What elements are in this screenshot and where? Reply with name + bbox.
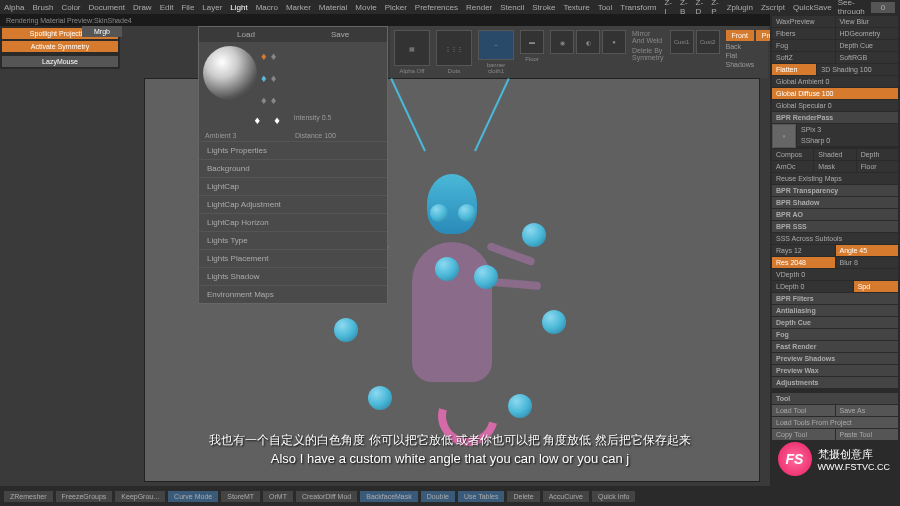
- zremesher-btn[interactable]: ZRemesher: [4, 491, 53, 502]
- backfacemask-btn[interactable]: BackfaceMask: [360, 491, 418, 502]
- ormt-btn[interactable]: OrMT: [263, 491, 293, 502]
- menu-file[interactable]: File: [181, 3, 194, 12]
- bulb-icon[interactable]: ♦: [274, 114, 280, 126]
- rays[interactable]: Rays 12: [772, 245, 835, 256]
- cust1-icon[interactable]: Cust1: [670, 30, 694, 54]
- menu-stroke[interactable]: Stroke: [532, 3, 555, 12]
- antialiasing[interactable]: Antialiasing: [772, 305, 898, 316]
- storemt-btn[interactable]: StoreMT: [221, 491, 260, 502]
- fog2[interactable]: Fog: [772, 329, 898, 340]
- usetables-btn[interactable]: Use Tables: [458, 491, 505, 502]
- bpr-header[interactable]: BPR RenderPass: [772, 112, 898, 123]
- compos[interactable]: Compos: [772, 149, 813, 160]
- menu-color[interactable]: Color: [61, 3, 80, 12]
- angle[interactable]: Angle 45: [836, 245, 899, 256]
- preview-shadows[interactable]: Preview Shadows: [772, 353, 898, 364]
- activate-sym-btn[interactable]: Activate Symmetry: [2, 41, 118, 52]
- blur[interactable]: Blur 8: [836, 257, 899, 268]
- flatten[interactable]: Flatten: [772, 64, 816, 75]
- menu-zp[interactable]: Z-P: [711, 0, 719, 16]
- freezegroups-btn[interactable]: FreezeGroups: [56, 491, 113, 502]
- bpr-shadow[interactable]: BPR Shadow: [772, 197, 898, 208]
- bulb-icon[interactable]: ♦: [261, 72, 267, 84]
- lights-shadow[interactable]: Lights Shadow: [199, 267, 387, 285]
- bulb-icon[interactable]: ♦: [255, 114, 261, 126]
- menu-stencil[interactable]: Stencil: [500, 3, 524, 12]
- bpr-sss[interactable]: BPR SSS: [772, 221, 898, 232]
- lazy-icon[interactable]: ◐: [576, 30, 600, 54]
- viewblur[interactable]: View Blur: [836, 16, 899, 27]
- bpr-trans[interactable]: BPR Transparency: [772, 185, 898, 196]
- ssharp[interactable]: SSharp 0: [797, 135, 898, 146]
- delete-btn[interactable]: Delete: [507, 491, 539, 502]
- reuse-maps[interactable]: Reuse Existing Maps: [772, 173, 898, 184]
- bulb-icon[interactable]: ♦: [271, 94, 277, 106]
- load-proj[interactable]: Load Tools From Project: [772, 417, 898, 428]
- bulb-icon[interactable]: ♦: [271, 72, 277, 84]
- double-btn[interactable]: Double: [421, 491, 455, 502]
- creatordiff-btn[interactable]: CreatorDiff Mod: [296, 491, 357, 502]
- menu-tool[interactable]: Tool: [598, 3, 613, 12]
- waxpreview[interactable]: WaxPreview: [772, 16, 835, 27]
- menu-material[interactable]: Material: [319, 3, 347, 12]
- mirror-weld[interactable]: Mirror And Weld: [632, 30, 664, 44]
- delete-sym[interactable]: Delete By Symmetry: [632, 47, 664, 61]
- menu-preferences[interactable]: Preferences: [415, 3, 458, 12]
- menu-movie[interactable]: Movie: [355, 3, 376, 12]
- fibers[interactable]: Fibers: [772, 28, 835, 39]
- vdepth[interactable]: VDepth 0: [772, 269, 898, 280]
- front-btn[interactable]: Front: [726, 30, 754, 41]
- spix[interactable]: SPix 3: [797, 124, 898, 135]
- softrgb[interactable]: SoftRGB: [836, 52, 899, 63]
- lightcap-adj[interactable]: LightCap Adjustment: [199, 195, 387, 213]
- background[interactable]: Background: [199, 159, 387, 177]
- quickinfo-btn[interactable]: Quick Info: [592, 491, 636, 502]
- menu-zd[interactable]: Z-D: [696, 0, 704, 16]
- bulb-icon[interactable]: ♦: [261, 50, 267, 62]
- pass-thumb[interactable]: ●: [772, 124, 796, 148]
- menu-draw[interactable]: Draw: [133, 3, 152, 12]
- save-as[interactable]: Save As: [836, 405, 899, 416]
- ldepth[interactable]: LDepth 0: [772, 281, 853, 292]
- global-diffuse[interactable]: Global Diffuse 100: [772, 88, 898, 99]
- seethrough-value[interactable]: 0: [871, 2, 895, 13]
- menu-light[interactable]: Light: [230, 3, 247, 12]
- spd[interactable]: Spd: [854, 281, 898, 292]
- ambient-slider[interactable]: Ambient 3: [205, 132, 291, 139]
- amoc[interactable]: AmOc: [772, 161, 813, 172]
- lightcap[interactable]: LightCap: [199, 177, 387, 195]
- mask[interactable]: Mask: [814, 161, 855, 172]
- menu-zi[interactable]: Z-I: [664, 0, 672, 16]
- menu-marker[interactable]: Marker: [286, 3, 311, 12]
- menu-alpha[interactable]: Alpha: [4, 3, 24, 12]
- global-ambient[interactable]: Global Ambient 0: [772, 76, 898, 87]
- banner-icon[interactable]: ~: [478, 30, 514, 60]
- hdgeom[interactable]: HDGeometry: [836, 28, 899, 39]
- global-specular[interactable]: Global Specular 0: [772, 100, 898, 111]
- menu-brush[interactable]: Brush: [32, 3, 53, 12]
- save-tab[interactable]: Save: [293, 27, 387, 42]
- depthcue2[interactable]: Depth Cue: [772, 317, 898, 328]
- load-tool[interactable]: Load Tool: [772, 405, 835, 416]
- menu-texture[interactable]: Texture: [563, 3, 589, 12]
- softz[interactable]: SoftZ: [772, 52, 835, 63]
- curvemode-btn[interactable]: Curve Mode: [168, 491, 218, 502]
- keepgrou-btn[interactable]: KeepGrou...: [115, 491, 165, 502]
- bpr-filters[interactable]: BPR Filters: [772, 293, 898, 304]
- shaded[interactable]: Shaded: [814, 149, 855, 160]
- mrgb-btn[interactable]: Mrgb: [82, 26, 122, 37]
- res[interactable]: Res 2048: [772, 257, 835, 268]
- menu-layer[interactable]: Layer: [202, 3, 222, 12]
- depth[interactable]: Depth: [857, 149, 898, 160]
- depthcue[interactable]: Depth Cue: [836, 40, 899, 51]
- preview-wax[interactable]: Preview Wax: [772, 365, 898, 376]
- menu-picker[interactable]: Picker: [385, 3, 407, 12]
- light-props[interactable]: Lights Properties: [199, 141, 387, 159]
- bulb-icon[interactable]: ♦: [271, 50, 277, 62]
- bpr-ao[interactable]: BPR AO: [772, 209, 898, 220]
- cust2-icon[interactable]: Cust2: [696, 30, 720, 54]
- quicksave-button[interactable]: QuickSave: [793, 3, 832, 12]
- menu-document[interactable]: Document: [89, 3, 125, 12]
- menu-zscript[interactable]: Zscript: [761, 3, 785, 12]
- shading[interactable]: 3D Shading 100: [817, 64, 898, 75]
